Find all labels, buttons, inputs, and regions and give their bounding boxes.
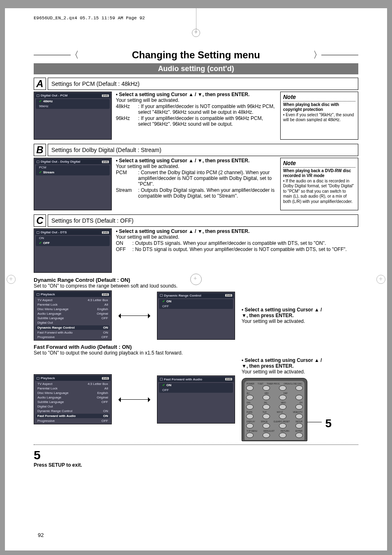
crop-mark-right — [376, 275, 385, 284]
remote-button[interactable] — [295, 385, 303, 391]
osd-dts: Digital Out - DTS DVD ON OFF — [34, 228, 112, 273]
opt-off-label: OFF — [116, 246, 129, 252]
osd-header: Digital Out - DTS — [37, 230, 67, 234]
remote-button[interactable] — [279, 433, 286, 438]
remote-button[interactable] — [246, 385, 254, 391]
instruction-bullet: • Select a setting using Cursor ▲ / ▼, t… — [116, 228, 358, 234]
remote-control-icon: POWERT-SETTIMER PROG.OPEN/CLOSE DISC@./A… — [242, 378, 307, 441]
ffa-heading: Fast Forward with Audio (Default : ON) — [34, 344, 358, 350]
osd-row[interactable]: Parental LockAll — [35, 386, 111, 391]
osd-row[interactable]: Dynamic Range ControlON — [36, 325, 110, 330]
instruction-bullet: • Select a setting using Cursor ▲ / ▼, t… — [116, 158, 276, 164]
remote-button[interactable] — [263, 404, 270, 410]
note-b: Note When playing back a DVD-RW disc rec… — [280, 158, 358, 210]
osd-row[interactable]: Parental LockAll — [35, 302, 111, 307]
note-a: Note When playing back disc with copyrig… — [280, 92, 358, 140]
remote-button[interactable] — [279, 395, 286, 400]
section-letter-c: C — [34, 214, 46, 227]
remote-button[interactable] — [246, 414, 254, 419]
osd-row[interactable]: Fast Forward with AudioON — [35, 330, 111, 335]
osd-option-off[interactable]: OFF — [160, 304, 232, 309]
remote-button[interactable] — [279, 404, 286, 410]
note-title: Note — [283, 94, 355, 101]
osd-row[interactable]: TV Aspect4:3 Letter Box — [35, 382, 111, 386]
remote-button[interactable] — [279, 414, 286, 419]
opt-on-label: ON — [116, 240, 129, 246]
step-text: Press SETUP to exit. — [34, 462, 358, 468]
osd-row[interactable]: Dynamic Range ControlON — [35, 409, 111, 413]
crop-mark-left — [7, 275, 16, 284]
osd-option-off[interactable]: OFF — [160, 388, 232, 392]
ffa-instruction-bullet: • Select a setting using Cursor ▲ / ▼, t… — [242, 357, 328, 369]
remote-button[interactable] — [279, 385, 286, 391]
osd-row[interactable]: ProgressiveOFF — [35, 335, 111, 339]
page-number: 92 — [38, 532, 44, 538]
remote-button[interactable] — [263, 414, 270, 419]
remote-button[interactable] — [279, 423, 286, 428]
osd-row[interactable]: ProgressiveOFF — [35, 419, 111, 423]
dvd-badge: DVD — [102, 231, 109, 234]
section-letter-a: A — [34, 78, 46, 90]
chevron-right-icon: 〉 — [313, 49, 322, 61]
page-subtitle: Audio setting (cont'd) — [34, 63, 358, 74]
ffa-sub: Set to "ON" to output the sound during p… — [34, 350, 358, 356]
remote-button[interactable] — [246, 395, 254, 400]
osd-row[interactable]: Digital Out — [35, 404, 111, 409]
remote-button[interactable] — [263, 385, 270, 391]
section-title-a: Settings for PCM (Default : 48kHz) — [48, 78, 358, 90]
remote-button[interactable] — [246, 433, 254, 438]
opt-stream-desc: : Outputs Dolby Digital signals. When yo… — [138, 187, 276, 199]
opt-off-desc: : No DTS signal is output. When your amp… — [132, 246, 358, 252]
remote-button[interactable] — [263, 423, 270, 428]
note-body: • If the audio on a disc is recorded in … — [283, 179, 355, 205]
remote-button[interactable] — [246, 404, 254, 410]
note-title: Note — [283, 160, 355, 168]
step-number: 5 — [34, 448, 358, 462]
osd-row[interactable]: Digital Out — [35, 320, 111, 325]
osd-row[interactable]: Audio LanguageOriginal — [35, 395, 111, 400]
crop-mark-center — [190, 274, 202, 285]
arrow-icon — [120, 399, 149, 400]
dvd-badge: DVD — [102, 161, 109, 163]
osd-option-off[interactable]: OFF — [37, 241, 108, 245]
osd-option-pcm[interactable]: PCM — [37, 165, 109, 170]
section-letter-b: B — [34, 144, 46, 156]
remote-button[interactable] — [263, 395, 270, 400]
opt-96-label: 96kHz — [116, 115, 135, 127]
osd-row[interactable]: Disc Menu LanguageEnglish — [35, 391, 111, 395]
osd-pcm: Digital Out - PCM DVD 48kHz 96kHz — [34, 92, 112, 140]
opt-96-desc: : If your amplifier/decoder is compatibl… — [138, 115, 276, 127]
callout-line — [307, 422, 322, 422]
remote-button[interactable] — [295, 395, 303, 400]
note-subtitle: When playing back a DVD-RW disc recorded… — [283, 168, 355, 179]
osd-option-96[interactable]: 96kHz — [37, 104, 109, 108]
osd-dolby: Digital Out - Dolby Digital DVD PCM Stre… — [34, 158, 112, 210]
opt-on-desc: : Outputs DTS signals. When your amplifi… — [132, 240, 358, 246]
osd-option-stream[interactable]: Stream — [37, 170, 108, 175]
instruction-bullet: • Select a setting using Cursor ▲ / ▼, t… — [116, 92, 276, 97]
osd-option-on[interactable]: ON — [37, 236, 109, 240]
instruction-line: Your setting will be activated. — [116, 164, 276, 169]
osd-row[interactable]: Audio LanguageOriginal — [35, 311, 111, 316]
crop-mark-top — [192, 29, 200, 37]
remote-button[interactable] — [295, 423, 303, 428]
osd-option-on[interactable]: ON — [161, 299, 231, 304]
dvd-badge: DVD — [102, 94, 109, 97]
osd-row[interactable]: Disc Menu LanguageEnglish — [35, 307, 111, 311]
remote-button[interactable] — [295, 404, 303, 410]
osd-row[interactable]: Fast Forward with AudioON — [36, 414, 110, 418]
osd-row[interactable]: Subtitle LanguageOFF — [35, 400, 111, 404]
osd-playback-drc: PlaybackDVDTV Aspect4:3 Letter BoxParent… — [34, 290, 112, 341]
osd-option-on[interactable]: ON — [161, 383, 231, 387]
osd-option-48[interactable]: 48kHz — [37, 99, 108, 104]
osd-playback-ffa: PlaybackDVDTV Aspect4:3 Letter BoxParent… — [34, 374, 112, 424]
remote-button[interactable] — [295, 414, 303, 419]
opt-48-label: 48kHz — [116, 104, 135, 115]
remote-button[interactable] — [295, 433, 303, 438]
remote-button[interactable] — [246, 423, 254, 428]
page-title: Changing the Setting menu — [132, 49, 260, 61]
remote-button[interactable] — [263, 433, 270, 438]
opt-stream-label: Stream — [116, 187, 135, 199]
osd-row[interactable]: Subtitle LanguageOFF — [35, 316, 111, 320]
osd-row[interactable]: TV Aspect4:3 Letter Box — [35, 298, 111, 302]
